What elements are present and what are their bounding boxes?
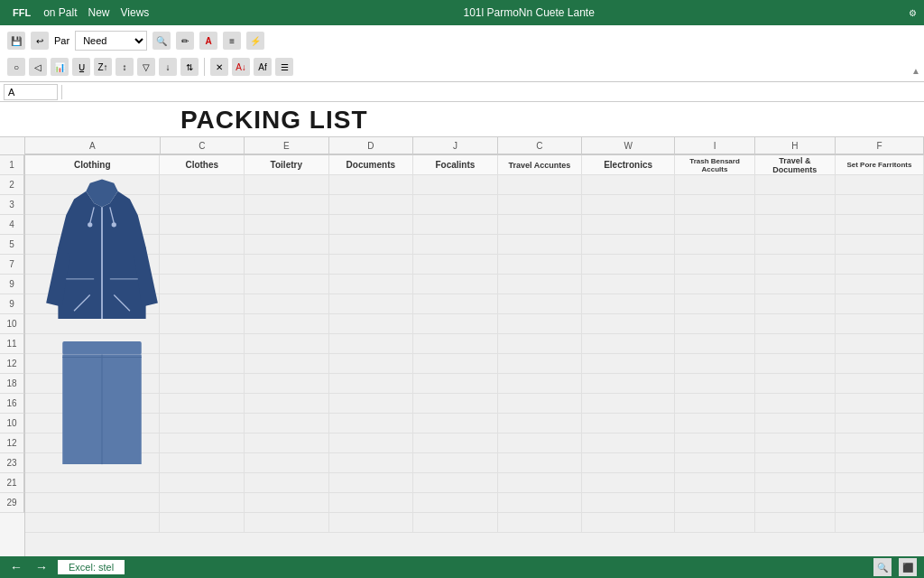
cell-j16[interactable] <box>413 453 498 472</box>
cell-h12[interactable] <box>755 374 836 393</box>
cell-f4[interactable] <box>836 215 924 234</box>
cell-d7[interactable] <box>329 275 414 294</box>
cell-cc14[interactable] <box>498 414 583 433</box>
undo-icon[interactable]: ↩ <box>31 32 49 50</box>
cell-f14[interactable] <box>836 414 924 433</box>
text-down-icon[interactable]: A↓ <box>232 58 250 76</box>
cell-h13[interactable] <box>755 394 836 413</box>
format-icon[interactable]: ≡ <box>223 32 241 50</box>
cell-d4[interactable] <box>329 215 414 234</box>
cell-i19[interactable] <box>675 513 755 532</box>
cell-e14[interactable] <box>245 414 329 433</box>
cell-d19[interactable] <box>329 513 414 532</box>
cell-f5[interactable] <box>836 235 924 254</box>
header-clothing[interactable]: Clothing <box>25 155 160 174</box>
search-icon[interactable]: 🔍 <box>152 32 171 50</box>
cell-h8[interactable] <box>755 294 836 313</box>
cell-cc5[interactable] <box>498 235 583 254</box>
cell-w18[interactable] <box>582 493 675 512</box>
cell-e6[interactable] <box>245 255 329 274</box>
cell-c16[interactable] <box>160 453 245 472</box>
cell-cc19[interactable] <box>498 513 583 532</box>
scroll-up-indicator[interactable]: ▲ <box>911 66 920 76</box>
cell-e12[interactable] <box>245 374 329 393</box>
cell-cc6[interactable] <box>498 255 583 274</box>
cell-c2[interactable] <box>160 175 245 194</box>
updown-icon[interactable]: ⇅ <box>180 58 199 76</box>
cell-c7[interactable] <box>160 275 245 294</box>
cell-e4[interactable] <box>245 215 329 234</box>
cell-j7[interactable] <box>413 275 498 294</box>
cell-f8[interactable] <box>836 294 924 313</box>
cell-cc13[interactable] <box>498 394 583 413</box>
cell-c12[interactable] <box>160 374 245 393</box>
cell-i8[interactable] <box>675 294 755 313</box>
cell-cc3[interactable] <box>498 195 583 214</box>
cell-j4[interactable] <box>413 215 498 234</box>
cell-j19[interactable] <box>413 513 498 532</box>
cell-e18[interactable] <box>245 493 329 512</box>
cell-c14[interactable] <box>160 414 245 433</box>
cell-e8[interactable] <box>245 294 329 313</box>
cell-w5[interactable] <box>582 235 675 254</box>
cell-h5[interactable] <box>755 235 836 254</box>
header-electronics[interactable]: Electronics <box>582 155 675 174</box>
cell-i17[interactable] <box>675 473 755 492</box>
cell-cc10[interactable] <box>498 334 583 353</box>
cell-j11[interactable] <box>413 354 498 373</box>
cell-f11[interactable] <box>836 354 924 373</box>
cell-h19[interactable] <box>755 513 836 532</box>
cell-c5[interactable] <box>160 235 245 254</box>
cell-c11[interactable] <box>160 354 245 373</box>
cell-e5[interactable] <box>245 235 329 254</box>
cell-e2[interactable] <box>245 175 329 194</box>
cell-w11[interactable] <box>582 354 675 373</box>
cell-d11[interactable] <box>329 354 414 373</box>
cell-j12[interactable] <box>413 374 498 393</box>
cell-c18[interactable] <box>160 493 245 512</box>
cell-f15[interactable] <box>836 434 924 452</box>
cell-i13[interactable] <box>675 394 755 413</box>
cell-d8[interactable] <box>329 294 414 313</box>
cell-f16[interactable] <box>836 453 924 472</box>
cell-d5[interactable] <box>329 235 414 254</box>
cell-j5[interactable] <box>413 235 498 254</box>
cell-cc8[interactable] <box>498 294 583 313</box>
cell-f18[interactable] <box>836 493 924 512</box>
cell-c4[interactable] <box>160 215 245 234</box>
cell-w2[interactable] <box>582 175 675 194</box>
cell-cc15[interactable] <box>498 434 583 452</box>
cell-f6[interactable] <box>836 255 924 274</box>
cell-c17[interactable] <box>160 473 245 492</box>
cell-i10[interactable] <box>675 334 755 353</box>
cell-w13[interactable] <box>582 394 675 413</box>
header-trash-bensard[interactable]: Trash Bensard Accults <box>675 155 755 174</box>
underline-icon[interactable]: U̲ <box>72 58 90 76</box>
cell-w14[interactable] <box>582 414 675 433</box>
cell-f7[interactable] <box>836 275 924 294</box>
save-icon[interactable]: 💾 <box>7 32 25 50</box>
cell-d16[interactable] <box>329 453 414 472</box>
cell-e7[interactable] <box>245 275 329 294</box>
cell-h6[interactable] <box>755 255 836 274</box>
cell-h18[interactable] <box>755 493 836 512</box>
cell-d3[interactable] <box>329 195 414 214</box>
cell-f13[interactable] <box>836 394 924 413</box>
cell-w8[interactable] <box>582 294 675 313</box>
cell-f12[interactable] <box>836 374 924 393</box>
cell-j6[interactable] <box>413 255 498 274</box>
cell-j3[interactable] <box>413 195 498 214</box>
cell-j15[interactable] <box>413 434 498 452</box>
cell-h10[interactable] <box>755 334 836 353</box>
header-documents[interactable]: Documents <box>329 155 414 174</box>
cell-w12[interactable] <box>582 374 675 393</box>
cell-c19[interactable] <box>160 513 245 532</box>
cell-j18[interactable] <box>413 493 498 512</box>
cell-c8[interactable] <box>160 294 245 313</box>
cell-f19[interactable] <box>836 513 924 532</box>
menu-new[interactable]: New <box>88 6 110 19</box>
cell-j17[interactable] <box>413 473 498 492</box>
cell-h3[interactable] <box>755 195 836 214</box>
cell-w19[interactable] <box>582 513 675 532</box>
cell-a18[interactable] <box>25 493 160 512</box>
